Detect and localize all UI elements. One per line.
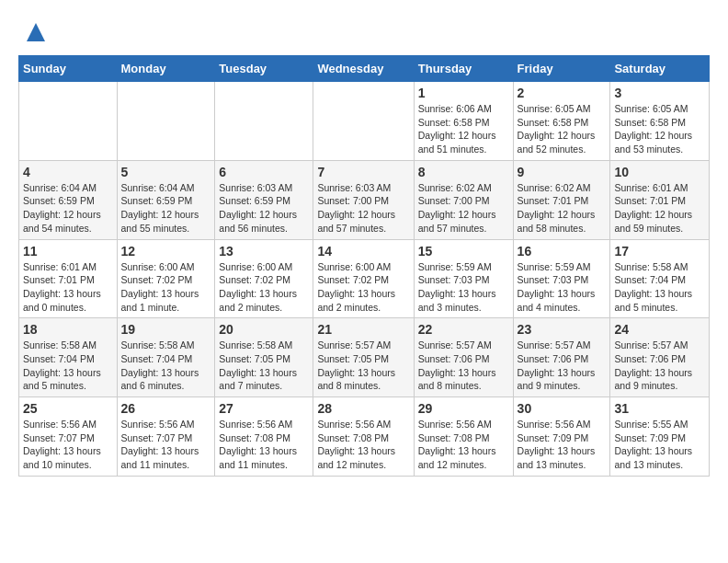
day-number: 19 [121, 322, 211, 337]
day-cell: 21Sunrise: 5:57 AM Sunset: 7:05 PM Dayli… [313, 318, 414, 397]
day-number: 31 [614, 401, 705, 416]
header-saturday: Saturday [610, 56, 710, 82]
day-info: Sunrise: 6:05 AM Sunset: 6:58 PM Dayligh… [518, 102, 607, 156]
day-cell: 4Sunrise: 6:04 AM Sunset: 6:59 PM Daylig… [19, 160, 118, 239]
day-number: 4 [23, 165, 113, 179]
day-cell: 11Sunrise: 6:01 AM Sunset: 7:01 PM Dayli… [19, 239, 118, 318]
day-info: Sunrise: 6:04 AM Sunset: 6:59 PM Dayligh… [23, 181, 113, 236]
day-cell: 25Sunrise: 5:56 AM Sunset: 7:07 PM Dayli… [19, 397, 118, 477]
logo [18, 18, 50, 46]
day-number: 8 [418, 165, 509, 179]
day-number: 29 [418, 401, 509, 416]
day-info: Sunrise: 6:00 AM Sunset: 7:02 PM Dayligh… [121, 260, 211, 315]
day-info: Sunrise: 6:00 AM Sunset: 7:02 PM Dayligh… [317, 260, 409, 315]
day-cell: 10Sunrise: 6:01 AM Sunset: 7:01 PM Dayli… [610, 160, 710, 239]
day-number: 22 [418, 322, 509, 337]
day-number: 1 [418, 86, 509, 100]
header-sunday: Sunday [19, 56, 118, 82]
day-info: Sunrise: 5:58 AM Sunset: 7:04 PM Dayligh… [614, 260, 705, 315]
day-cell: 20Sunrise: 5:58 AM Sunset: 7:05 PM Dayli… [215, 318, 313, 397]
day-number: 3 [614, 86, 705, 100]
day-cell: 31Sunrise: 5:55 AM Sunset: 7:09 PM Dayli… [610, 397, 710, 477]
day-info: Sunrise: 5:55 AM Sunset: 7:09 PM Dayligh… [614, 418, 705, 472]
day-info: Sunrise: 5:56 AM Sunset: 7:08 PM Dayligh… [219, 418, 309, 472]
day-info: Sunrise: 5:56 AM Sunset: 7:07 PM Dayligh… [23, 418, 113, 472]
day-number: 17 [614, 244, 705, 259]
day-number: 12 [121, 244, 211, 259]
day-info: Sunrise: 5:58 AM Sunset: 7:04 PM Dayligh… [23, 339, 113, 393]
day-cell: 1Sunrise: 6:06 AM Sunset: 6:58 PM Daylig… [414, 82, 513, 161]
day-info: Sunrise: 5:56 AM Sunset: 7:07 PM Dayligh… [121, 418, 211, 472]
day-info: Sunrise: 5:57 AM Sunset: 7:06 PM Dayligh… [418, 339, 509, 393]
day-info: Sunrise: 6:04 AM Sunset: 6:59 PM Dayligh… [121, 181, 211, 236]
day-number: 23 [518, 322, 607, 337]
calendar-table: SundayMondayTuesdayWednesdayThursdayFrid… [18, 55, 710, 477]
day-info: Sunrise: 6:01 AM Sunset: 7:01 PM Dayligh… [614, 181, 705, 236]
header-friday: Friday [513, 56, 610, 82]
day-number: 2 [518, 86, 607, 100]
day-number: 25 [23, 401, 113, 416]
day-cell: 17Sunrise: 5:58 AM Sunset: 7:04 PM Dayli… [610, 239, 710, 318]
day-info: Sunrise: 5:56 AM Sunset: 7:08 PM Dayligh… [317, 418, 409, 472]
week-row-3: 11Sunrise: 6:01 AM Sunset: 7:01 PM Dayli… [19, 239, 710, 318]
day-info: Sunrise: 6:03 AM Sunset: 7:00 PM Dayligh… [317, 181, 409, 236]
day-info: Sunrise: 5:59 AM Sunset: 7:03 PM Dayligh… [518, 260, 607, 315]
header-tuesday: Tuesday [215, 56, 313, 82]
day-cell: 7Sunrise: 6:03 AM Sunset: 7:00 PM Daylig… [313, 160, 414, 239]
day-info: Sunrise: 5:58 AM Sunset: 7:04 PM Dayligh… [121, 339, 211, 393]
day-number: 16 [518, 244, 607, 259]
day-cell: 24Sunrise: 5:57 AM Sunset: 7:06 PM Dayli… [610, 318, 710, 397]
day-info: Sunrise: 5:57 AM Sunset: 7:06 PM Dayligh… [614, 339, 705, 393]
day-info: Sunrise: 5:57 AM Sunset: 7:06 PM Dayligh… [518, 339, 607, 393]
day-cell [313, 82, 414, 161]
day-cell: 19Sunrise: 5:58 AM Sunset: 7:04 PM Dayli… [117, 318, 215, 397]
day-info: Sunrise: 5:56 AM Sunset: 7:08 PM Dayligh… [418, 418, 509, 472]
page-header [18, 18, 710, 46]
header-row: SundayMondayTuesdayWednesdayThursdayFrid… [19, 56, 710, 82]
day-number: 5 [121, 165, 211, 179]
week-row-5: 25Sunrise: 5:56 AM Sunset: 7:07 PM Dayli… [19, 397, 710, 477]
day-cell [117, 82, 215, 161]
week-row-4: 18Sunrise: 5:58 AM Sunset: 7:04 PM Dayli… [19, 318, 710, 397]
day-cell: 27Sunrise: 5:56 AM Sunset: 7:08 PM Dayli… [215, 397, 313, 477]
day-cell: 18Sunrise: 5:58 AM Sunset: 7:04 PM Dayli… [19, 318, 118, 397]
day-cell: 23Sunrise: 5:57 AM Sunset: 7:06 PM Dayli… [513, 318, 610, 397]
day-info: Sunrise: 5:58 AM Sunset: 7:05 PM Dayligh… [219, 339, 309, 393]
day-cell: 28Sunrise: 5:56 AM Sunset: 7:08 PM Dayli… [313, 397, 414, 477]
day-cell: 29Sunrise: 5:56 AM Sunset: 7:08 PM Dayli… [414, 397, 513, 477]
day-info: Sunrise: 6:03 AM Sunset: 6:59 PM Dayligh… [219, 181, 309, 236]
logo-icon [22, 18, 50, 46]
calendar-header: SundayMondayTuesdayWednesdayThursdayFrid… [19, 56, 710, 82]
day-number: 14 [317, 244, 409, 259]
day-number: 11 [23, 244, 113, 259]
svg-marker-0 [27, 23, 45, 41]
header-monday: Monday [117, 56, 215, 82]
day-number: 21 [317, 322, 409, 337]
day-number: 24 [614, 322, 705, 337]
day-number: 7 [317, 165, 409, 179]
day-number: 27 [219, 401, 309, 416]
header-thursday: Thursday [414, 56, 513, 82]
day-number: 9 [518, 165, 607, 179]
day-cell: 22Sunrise: 5:57 AM Sunset: 7:06 PM Dayli… [414, 318, 513, 397]
day-info: Sunrise: 6:00 AM Sunset: 7:02 PM Dayligh… [219, 260, 309, 315]
day-info: Sunrise: 5:57 AM Sunset: 7:05 PM Dayligh… [317, 339, 409, 393]
day-cell: 3Sunrise: 6:05 AM Sunset: 6:58 PM Daylig… [610, 82, 710, 161]
header-wednesday: Wednesday [313, 56, 414, 82]
day-cell: 5Sunrise: 6:04 AM Sunset: 6:59 PM Daylig… [117, 160, 215, 239]
day-info: Sunrise: 5:59 AM Sunset: 7:03 PM Dayligh… [418, 260, 509, 315]
day-info: Sunrise: 6:06 AM Sunset: 6:58 PM Dayligh… [418, 102, 509, 156]
week-row-1: 1Sunrise: 6:06 AM Sunset: 6:58 PM Daylig… [19, 82, 710, 161]
day-info: Sunrise: 6:05 AM Sunset: 6:58 PM Dayligh… [614, 102, 705, 156]
day-number: 20 [219, 322, 309, 337]
day-info: Sunrise: 6:02 AM Sunset: 7:01 PM Dayligh… [518, 181, 607, 236]
day-cell: 15Sunrise: 5:59 AM Sunset: 7:03 PM Dayli… [414, 239, 513, 318]
day-number: 30 [518, 401, 607, 416]
day-info: Sunrise: 6:01 AM Sunset: 7:01 PM Dayligh… [23, 260, 113, 315]
day-cell: 14Sunrise: 6:00 AM Sunset: 7:02 PM Dayli… [313, 239, 414, 318]
day-cell: 9Sunrise: 6:02 AM Sunset: 7:01 PM Daylig… [513, 160, 610, 239]
day-cell: 16Sunrise: 5:59 AM Sunset: 7:03 PM Dayli… [513, 239, 610, 318]
day-number: 6 [219, 165, 309, 179]
day-number: 18 [23, 322, 113, 337]
day-cell: 26Sunrise: 5:56 AM Sunset: 7:07 PM Dayli… [117, 397, 215, 477]
